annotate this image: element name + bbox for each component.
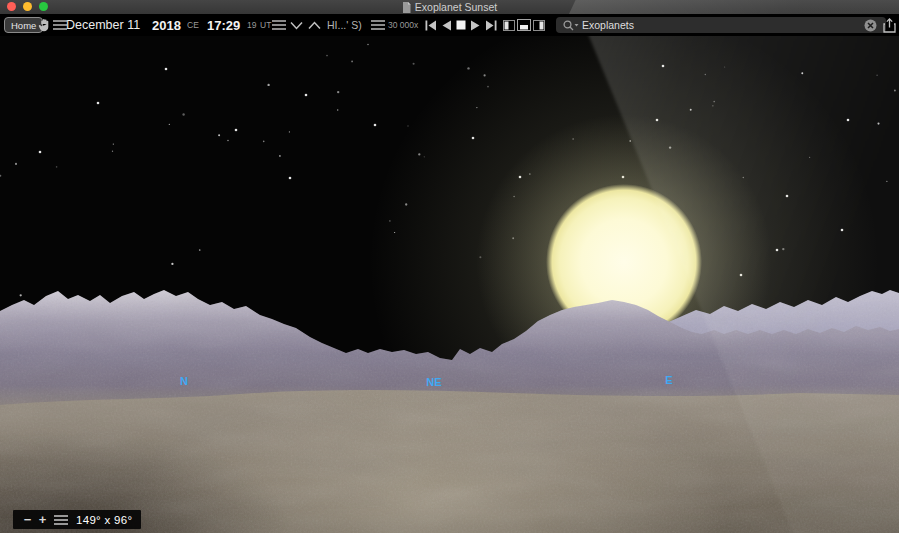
skip-back-button[interactable] [424, 14, 437, 36]
window-title-text: Exoplanet Sunset [415, 1, 497, 13]
era-label: CE [187, 14, 199, 36]
sky-viewport[interactable]: N NE E [0, 0, 899, 533]
year-display[interactable]: 2018 [152, 14, 181, 36]
window-titlebar[interactable]: Exoplanet Sunset [0, 0, 899, 14]
compass-label-n: N [180, 375, 188, 387]
date-display[interactable]: December 11 [66, 14, 140, 36]
step-back-button[interactable] [441, 14, 452, 36]
window-title: Exoplanet Sunset [0, 0, 899, 14]
bottom-panel-toggle-icon[interactable] [517, 14, 531, 36]
timezone-label: UT [260, 14, 271, 36]
clear-search-button[interactable] [864, 14, 877, 36]
search-input[interactable] [556, 17, 886, 33]
fov-control-bar: − + 149° x 96° [13, 510, 141, 529]
right-panel-toggle-icon[interactable] [533, 14, 545, 36]
fov-display: 149° x 96° [76, 514, 132, 526]
left-panel-toggle-icon[interactable] [503, 14, 515, 36]
fov-menu-icon[interactable] [54, 511, 68, 529]
skip-forward-button[interactable] [485, 14, 498, 36]
chevron-up-icon[interactable] [308, 14, 321, 36]
compass-label-e: E [665, 374, 672, 386]
toolbar: Home December 11 2018 CE 17:29 19 UT HI.… [0, 14, 899, 36]
search-icon[interactable] [563, 20, 579, 31]
coordinates-display: HI...' S) [327, 14, 362, 36]
datetime-menu-icon[interactable] [53, 14, 67, 36]
search-field-container [556, 17, 886, 33]
zoom-in-button[interactable]: + [35, 512, 50, 527]
pan-hand-icon[interactable] [38, 14, 51, 36]
time-flow-menu-icon[interactable] [272, 14, 286, 36]
rate-menu-icon[interactable] [371, 14, 385, 36]
stop-button[interactable] [456, 14, 466, 36]
time-display[interactable]: 17:29 [207, 14, 240, 36]
seconds-display: 19 [247, 14, 256, 36]
play-button[interactable] [470, 14, 481, 36]
compass-label-ne: NE [426, 376, 441, 388]
time-rate-display: 30 000x [388, 14, 418, 36]
chevron-down-icon[interactable] [290, 14, 303, 36]
share-icon[interactable] [883, 14, 896, 36]
zoom-out-button[interactable]: − [20, 512, 35, 527]
app-window: { "window": { "title": "Exoplanet Sunset… [0, 0, 899, 533]
